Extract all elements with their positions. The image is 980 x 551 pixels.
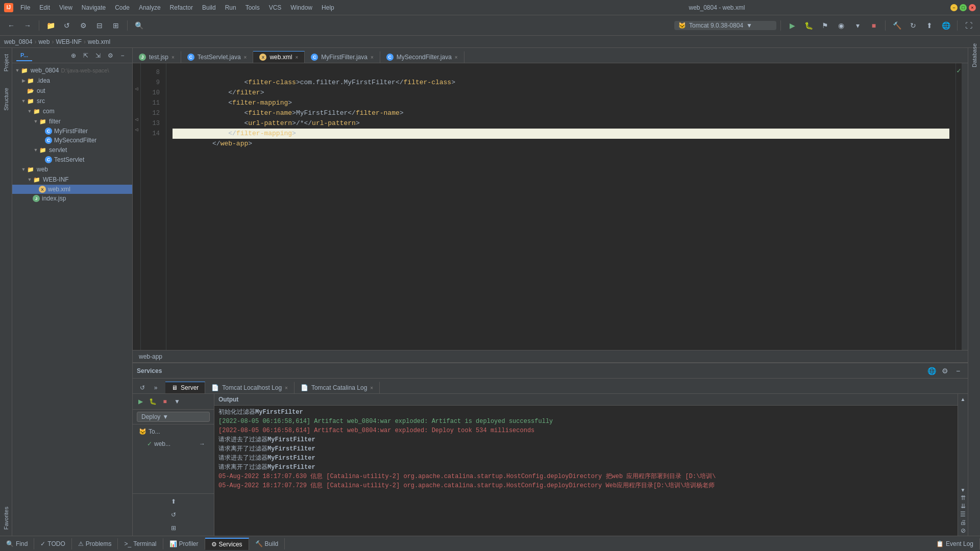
menu-edit[interactable]: Edit <box>35 3 54 13</box>
tab-testservlet[interactable]: C TestServlet.java × <box>181 51 254 63</box>
menu-vcs[interactable]: VCS <box>265 3 286 13</box>
services-up-btn[interactable]: ⬆ <box>168 496 179 507</box>
dropdown-run[interactable]: ▾ <box>850 18 865 33</box>
bottom-tab-terminal[interactable]: >_ Terminal <box>118 538 163 549</box>
open-browser[interactable]: 🌐 <box>939 18 953 33</box>
minimize-button[interactable]: − <box>950 4 958 11</box>
run-with-coverage[interactable]: ⚑ <box>818 18 832 33</box>
tab-mysecondfilter[interactable]: C MySecondFilter.java × <box>380 51 464 63</box>
breadcrumb-part-4[interactable]: web.xml <box>88 38 110 45</box>
breadcrumb-part-1[interactable]: web_0804 <box>4 38 32 45</box>
services-extra-btn[interactable]: ⊞ <box>168 522 179 534</box>
close-localhost-log[interactable]: × <box>285 385 288 391</box>
left-edge-favorites[interactable]: Favorites <box>2 503 10 534</box>
collapse-button[interactable]: ⊟ <box>92 18 107 33</box>
tree-idea[interactable]: ▶ 📁 .idea <box>12 76 132 86</box>
close-button[interactable]: × <box>969 4 976 11</box>
tree-filter[interactable]: ▼ 📁 filter <box>12 116 132 127</box>
scroll-to-top[interactable]: ⇈ <box>959 494 967 502</box>
services-rebuild-btn[interactable]: ↺ <box>168 509 179 520</box>
services-tab-catalina-log[interactable]: 📄 Tomcat Catalina Log × <box>295 382 380 393</box>
tree-webxml[interactable]: X web.xml <box>12 185 132 194</box>
services-restart-btn[interactable]: ▼ <box>172 396 183 407</box>
scroll-to-bottom[interactable]: ⇊ <box>959 502 967 510</box>
scroll-up-btn[interactable]: ▲ <box>959 395 967 403</box>
close-catalina-log[interactable]: × <box>370 385 373 391</box>
services-stop-btn[interactable]: ■ <box>159 396 170 407</box>
tree-servlet[interactable]: ▼ 📁 servlet <box>12 145 132 155</box>
tree-mysecondfilter[interactable]: C MySecondFilter <box>12 136 132 145</box>
left-edge-project[interactable]: Project <box>2 50 10 76</box>
services-globe-button[interactable]: 🌐 <box>926 365 937 377</box>
tomcat-config[interactable]: 🐱 Tomcat 9.0.38-0804 ▼ <box>674 21 776 30</box>
maximize-button[interactable]: □ <box>960 4 967 11</box>
services-tab-localhost-log[interactable]: 📄 Tomcat Localhost Log × <box>205 382 295 393</box>
tree-web[interactable]: ▼ 📁 web <box>12 164 132 174</box>
back-button[interactable]: ← <box>4 18 18 33</box>
deploy-button[interactable]: ⬆ <box>922 18 937 33</box>
tree-src[interactable]: ▼ 📁 src <box>12 96 132 106</box>
update-button[interactable]: ↻ <box>906 18 920 33</box>
deploy-button[interactable]: Deploy ▼ <box>137 412 210 422</box>
bottom-tab-build[interactable]: 🔨 Build <box>249 538 285 549</box>
close-myfirstfilter[interactable]: × <box>371 55 374 60</box>
services-run-btn[interactable]: ▶ <box>135 396 146 407</box>
debug-button[interactable]: 🐛 <box>801 18 816 33</box>
breadcrumb-part-2[interactable]: web <box>38 38 50 45</box>
menu-help[interactable]: Help <box>317 3 338 13</box>
menu-file[interactable]: File <box>16 3 34 13</box>
services-settings-button[interactable]: ⚙ <box>939 365 950 377</box>
editor-scrollbar[interactable] <box>962 63 968 350</box>
code-content[interactable]: <filter-class>com.filter.MyFirstFilter</… <box>166 63 955 350</box>
profile-button[interactable]: ◉ <box>834 18 848 33</box>
services-tomcat-item[interactable]: 🐱 To... <box>135 427 212 437</box>
tree-webinf[interactable]: ▼ 📁 WEB-INF <box>12 174 132 185</box>
db-icon[interactable]: Database <box>969 50 979 60</box>
close-mysecondfilter[interactable]: × <box>455 55 458 60</box>
bottom-tab-profiler[interactable]: 📊 Profiler <box>163 538 205 549</box>
menu-tools[interactable]: Tools <box>241 3 264 13</box>
output-scrollbar[interactable]: ▲ ▼ ⇈ ⇊ ☰ 🖨 ⊘ <box>958 394 968 536</box>
run-button[interactable]: ▶ <box>785 18 799 33</box>
bottom-tab-find[interactable]: 🔍 Find <box>0 538 34 549</box>
menu-run[interactable]: Run <box>221 3 240 13</box>
settings-button[interactable]: ⚙ <box>76 18 90 33</box>
panel-hide[interactable]: − <box>117 50 128 61</box>
scroll-filter[interactable]: ☰ <box>959 510 967 518</box>
services-tab-server[interactable]: 🖥 Server <box>165 382 205 393</box>
services-web-item[interactable]: ✓ web... → <box>135 437 212 451</box>
tab-testjsp[interactable]: J test.jsp × <box>133 51 181 63</box>
tree-testservlet[interactable]: C TestServlet <box>12 155 132 164</box>
breadcrumb-part-3[interactable]: WEB-INF <box>56 38 82 45</box>
panel-expand-all[interactable]: ⇲ <box>92 50 104 61</box>
panel-settings[interactable]: ⚙ <box>105 50 116 61</box>
tree-indexjsp[interactable]: J index.jsp <box>12 194 132 203</box>
bottom-tab-services[interactable]: ⚙ Services <box>205 538 249 550</box>
build-project[interactable]: 🔨 <box>890 18 904 33</box>
services-web-deploy[interactable]: → <box>197 438 208 449</box>
tree-root[interactable]: ▼ 📁 web_0804 D:\java-web-space\ <box>12 65 132 76</box>
services-minimize-button[interactable]: − <box>952 365 964 377</box>
services-debug-btn[interactable]: 🐛 <box>147 396 158 407</box>
tab-webxml[interactable]: X web.xml × <box>253 51 305 63</box>
services-refresh[interactable]: ↺ <box>137 382 148 393</box>
tree-com[interactable]: ▼ 📁 com <box>12 106 132 116</box>
close-webxml[interactable]: × <box>295 55 298 60</box>
tab-myfirstfilter[interactable]: C MyFirstFilter.java × <box>305 51 380 63</box>
project-button[interactable]: 📁 <box>43 18 58 33</box>
stop-button[interactable]: ■ <box>867 18 881 33</box>
scroll-print[interactable]: 🖨 <box>959 518 967 527</box>
menu-code[interactable]: Code <box>111 3 134 13</box>
close-testjsp[interactable]: × <box>172 55 175 60</box>
panel-tab-project[interactable]: P... <box>16 50 32 61</box>
menu-build[interactable]: Build <box>198 3 220 13</box>
menu-analyze[interactable]: Analyze <box>135 3 165 13</box>
fullscreen-button[interactable]: ⛶ <box>962 18 976 33</box>
scroll-down-btn[interactable]: ▼ <box>959 486 967 494</box>
tree-myfirstfilter[interactable]: C MyFirstFilter <box>12 127 132 136</box>
services-more[interactable]: » <box>150 382 161 393</box>
search-button[interactable]: 🔍 <box>132 18 146 33</box>
expand-button[interactable]: ⊞ <box>109 18 123 33</box>
event-log-tab[interactable]: 📋 Event Log <box>930 538 980 549</box>
menu-navigate[interactable]: Navigate <box>78 3 110 13</box>
